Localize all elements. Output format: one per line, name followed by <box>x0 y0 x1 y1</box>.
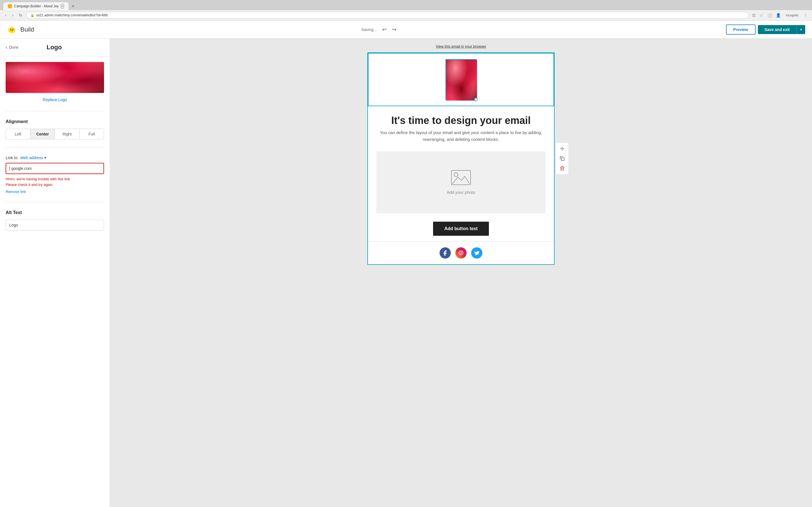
link-section: Link to: Web address ▾ | Hmm, we're havi… <box>0 150 110 200</box>
email-headline-text: It's time to design your email <box>379 115 543 126</box>
alignment-group: Left Center Right Full <box>6 129 104 139</box>
copy-tool-button[interactable] <box>558 154 567 163</box>
undo-redo-group: ↩ ↪ <box>380 25 399 34</box>
move-tool-button[interactable] <box>558 145 567 154</box>
extension-icon[interactable]: ⬜ <box>766 12 773 18</box>
browser-toolbar: ‹ › ↻ 🔒 us21.admin.mailchimp.com/email/e… <box>0 10 812 20</box>
tab-favicon <box>8 4 12 8</box>
replace-logo-button[interactable]: Replace Logo <box>6 96 104 103</box>
email-canvas-container: It's time to design your email You can d… <box>368 53 554 264</box>
header-center: Saving... ↩ ↪ <box>34 25 726 34</box>
link-error-message: Hmm, we're having trouble with this link… <box>6 176 104 187</box>
back-chevron-icon: ‹ <box>6 45 7 50</box>
undo-button[interactable]: ↩ <box>380 25 389 34</box>
svg-rect-9 <box>561 158 564 161</box>
add-photo-label: Add your photo <box>447 190 475 194</box>
main-layout: ‹ Done Logo Replace Logo Alignment Left … <box>0 39 812 507</box>
align-center-button[interactable]: Center <box>31 129 55 139</box>
facebook-social-icon[interactable] <box>440 247 451 259</box>
email-headline-section: It's time to design your email <box>368 106 554 129</box>
canvas-area: View this email in your browser It's tim… <box>110 39 812 507</box>
saving-status: Saving... <box>361 27 377 32</box>
tab-title: Campaign Builder - Mood Joy <box>14 4 59 8</box>
alignment-section: Alignment Left Center Right Full <box>0 114 110 145</box>
view-in-browser-link[interactable]: View this email in your browser <box>436 44 486 48</box>
svg-point-3 <box>12 29 13 30</box>
lock-icon: 🔒 <box>31 13 35 17</box>
app-header: Build Saving... ↩ ↪ Preview Save and exi… <box>0 20 812 39</box>
link-type-chevron-icon: ▾ <box>44 156 46 160</box>
browser-chrome: Campaign Builder - Mood Joy × + ‹ › ↻ 🔒 … <box>0 0 812 20</box>
social-icons-row <box>368 241 554 264</box>
new-tab-button[interactable]: + <box>70 3 77 10</box>
bookmark-icon[interactable]: ☆ <box>758 12 764 18</box>
twitter-social-icon[interactable] <box>471 247 483 259</box>
logo-image <box>6 62 104 93</box>
back-button[interactable]: ‹ Done <box>6 45 18 50</box>
panel-header: ‹ Done Logo <box>0 39 110 56</box>
email-body-text: You can define the layout of your email … <box>368 129 554 149</box>
address-text: us21.admin.mailchimp.com/email/editor?id… <box>36 13 108 17</box>
divider-2 <box>6 147 104 148</box>
mailchimp-logo <box>7 24 17 35</box>
button-block: Add button text <box>368 216 554 241</box>
url-input-wrapper: | <box>6 163 104 174</box>
nav-forward-button[interactable]: › <box>10 12 15 18</box>
svg-point-7 <box>460 252 462 254</box>
app-logo: Build <box>7 24 34 35</box>
resize-handle[interactable] <box>474 98 477 101</box>
close-tab-button[interactable]: × <box>61 4 64 8</box>
remove-link-button[interactable]: Remove link <box>6 189 26 194</box>
svg-rect-4 <box>451 170 470 185</box>
email-canvas: It's time to design your email You can d… <box>368 53 554 264</box>
link-type-selector[interactable]: Web address ▾ <box>20 156 46 160</box>
canvas-toolbar <box>556 143 569 175</box>
link-label: Link to: Web address ▾ <box>6 156 104 160</box>
alt-text-section: Alt Text <box>0 205 110 236</box>
photo-placeholder[interactable]: Add your photo <box>376 151 546 213</box>
delete-tool-button[interactable] <box>558 164 567 173</box>
cast-icon[interactable]: ⊡ <box>751 12 757 18</box>
alignment-label: Alignment <box>6 119 104 124</box>
app-title: Build <box>20 26 34 33</box>
nav-back-button[interactable]: ‹ <box>3 12 8 18</box>
header-actions: Preview Save and exit ▾ <box>726 24 805 35</box>
alt-text-input[interactable] <box>6 220 104 230</box>
incognito-label: Incognito <box>783 13 801 17</box>
alt-text-label: Alt Text <box>6 210 104 215</box>
left-panel: ‹ Done Logo Replace Logo Alignment Left … <box>0 39 110 507</box>
align-left-button[interactable]: Left <box>6 129 31 139</box>
divider-1 <box>6 111 104 111</box>
profile-icon[interactable]: 👤 <box>775 12 782 18</box>
url-cursor-icon: | <box>9 166 10 171</box>
svg-point-8 <box>462 251 463 252</box>
active-tab: Campaign Builder - Mood Joy × <box>3 2 68 10</box>
preview-button[interactable]: Preview <box>726 24 756 35</box>
divider-3 <box>6 202 104 202</box>
svg-point-2 <box>10 29 11 30</box>
align-right-button[interactable]: Right <box>55 129 80 139</box>
align-full-button[interactable]: Full <box>80 129 104 139</box>
logo-preview-section: Replace Logo <box>0 56 110 109</box>
address-bar: 🔒 us21.admin.mailchimp.com/email/editor?… <box>26 12 749 18</box>
browser-tabs: Campaign Builder - Mood Joy × + <box>0 0 812 10</box>
url-input[interactable] <box>11 163 101 173</box>
back-label: Done <box>9 45 18 50</box>
logo-block[interactable] <box>368 53 554 106</box>
save-exit-dropdown[interactable]: ▾ <box>797 25 805 34</box>
photo-placeholder-icon <box>451 170 471 185</box>
nav-refresh-button[interactable]: ↻ <box>17 12 24 18</box>
svg-point-5 <box>454 173 458 177</box>
redo-button[interactable]: ↪ <box>390 25 399 34</box>
save-exit-group: Save and exit ▾ <box>758 25 806 34</box>
instagram-social-icon[interactable] <box>455 247 467 259</box>
cta-button[interactable]: Add button text <box>433 222 489 236</box>
browser-toolbar-icons: ⊡ ☆ ⬜ 👤 Incognito ⋮ <box>751 12 809 18</box>
logo-canvas-image <box>446 59 476 100</box>
menu-icon[interactable]: ⋮ <box>802 12 809 18</box>
save-exit-button[interactable]: Save and exit <box>758 25 797 34</box>
panel-title: Logo <box>47 44 62 51</box>
